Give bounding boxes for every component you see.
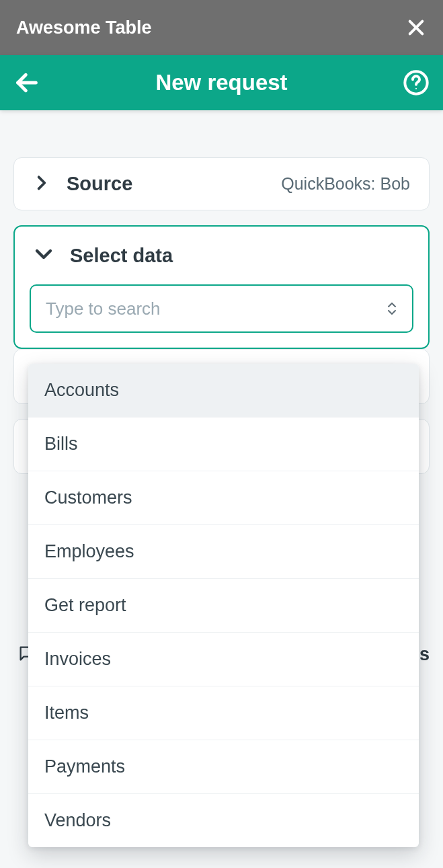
addon-top-bar: Awesome Table (0, 0, 443, 55)
select-data-title: Select data (70, 245, 173, 267)
close-icon[interactable] (405, 17, 427, 38)
dropdown-option[interactable]: Get report (28, 579, 419, 633)
addon-title: Awesome Table (16, 17, 152, 38)
page-header: New request (0, 55, 443, 110)
search-input[interactable] (46, 299, 387, 319)
svg-point-4 (415, 88, 417, 89)
data-type-dropdown: AccountsBillsCustomersEmployeesGet repor… (28, 364, 419, 847)
dropdown-option[interactable]: Bills (28, 418, 419, 471)
search-combobox[interactable] (30, 284, 413, 333)
select-data-section: Select data (13, 225, 430, 349)
dropdown-option[interactable]: Invoices (28, 633, 419, 686)
dropdown-option[interactable]: Payments (28, 740, 419, 794)
back-button[interactable] (12, 68, 42, 97)
chevron-down-icon[interactable] (34, 244, 54, 267)
dropdown-option[interactable]: Employees (28, 525, 419, 579)
select-caret-icon[interactable] (387, 302, 397, 315)
source-section[interactable]: Source QuickBooks: Bob (13, 157, 430, 210)
chevron-right-icon (33, 174, 50, 194)
source-label: Source (67, 173, 132, 195)
dropdown-option[interactable]: Vendors (28, 794, 419, 847)
dropdown-option[interactable]: Accounts (28, 364, 419, 418)
dropdown-option[interactable]: Customers (28, 471, 419, 525)
page-title: New request (42, 70, 401, 95)
source-value: QuickBooks: Bob (281, 174, 410, 194)
dropdown-option[interactable]: Items (28, 686, 419, 740)
help-button[interactable] (401, 68, 431, 97)
